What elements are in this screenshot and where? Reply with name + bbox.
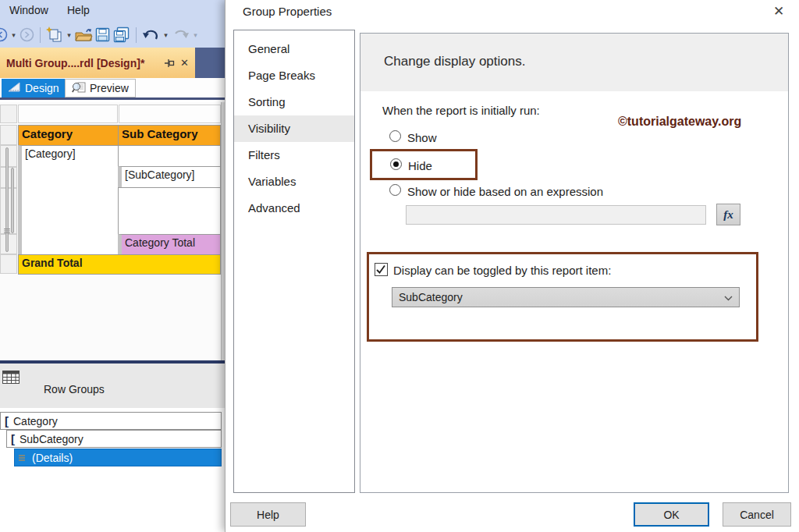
toggle-checkbox[interactable] — [375, 263, 388, 276]
help-button[interactable]: Help — [230, 502, 306, 527]
tab-close-icon[interactable]: ✕ — [180, 57, 189, 69]
group-bracket-icon: [ — [11, 432, 15, 445]
group-properties-dialog: Group Properties ✕ General Page Breaks S… — [225, 0, 799, 532]
close-icon[interactable]: ✕ — [769, 3, 788, 20]
preview-magnifier-icon — [72, 81, 86, 96]
run-label: When the report is initially run: — [382, 104, 540, 117]
tab-design[interactable]: Design — [2, 79, 66, 98]
back-icon[interactable] — [0, 26, 8, 44]
nav-item-sorting[interactable]: Sorting — [234, 89, 354, 115]
row-groups-title: Row Groups — [44, 383, 105, 395]
row-group-label: Category — [13, 415, 58, 427]
dialog-main-panel: Change display options. When the report … — [360, 33, 789, 493]
nav-item-variables[interactable]: Variables — [234, 168, 354, 195]
design-ruler-icon — [8, 82, 21, 95]
expression-input[interactable] — [406, 205, 706, 225]
new-item-icon[interactable] — [46, 26, 63, 44]
menu-window[interactable]: Window — [9, 4, 48, 16]
row-group-label: SubCategory — [20, 433, 83, 445]
radio-dot — [393, 161, 399, 167]
table-cell-subcategory[interactable]: [SubCategory] — [118, 166, 221, 188]
vs-window: Window Help ▾ ▾ — [0, 0, 226, 532]
dropdown-value: SubCategory — [399, 291, 463, 303]
row-group-label: (Details) — [32, 452, 73, 464]
fx-expression-button[interactable]: fx — [716, 204, 740, 225]
table-cell-empty[interactable] — [118, 187, 221, 235]
row-handle[interactable] — [0, 167, 17, 188]
table-corner-handle[interactable] — [0, 105, 17, 123]
view-tab-bar: Design Preview — [0, 78, 226, 100]
dialog-heading: Change display options. — [384, 54, 525, 69]
row-groups-header: Row Groups — [0, 364, 226, 408]
table-header-subcategory[interactable]: Sub Category — [118, 125, 221, 146]
toggle-report-item-dropdown[interactable]: SubCategory — [392, 287, 740, 307]
nav-item-general[interactable]: General — [234, 36, 354, 62]
cancel-button[interactable]: Cancel — [723, 502, 791, 527]
toggle-label: Display can be toggled by this report it… — [393, 264, 611, 277]
radio-expression[interactable] — [389, 184, 401, 196]
toolbar-separator — [40, 27, 41, 43]
document-tab-title: Multi Group....rdl [Design]* — [6, 57, 163, 69]
redo-dropdown-caret[interactable]: ▾ — [192, 31, 199, 39]
radio-expression-label: Show or hide based on an expression — [407, 185, 603, 198]
table-cell-category-total[interactable]: Category Total — [118, 234, 221, 255]
radio-hide[interactable] — [390, 158, 402, 170]
dialog-heading-band: Change display options. — [360, 34, 788, 91]
document-tab[interactable]: Multi Group....rdl [Design]* ✕ — [0, 48, 195, 78]
dialog-title: Group Properties — [243, 5, 332, 18]
tab-preview-label: Preview — [90, 82, 129, 94]
pin-icon[interactable] — [161, 59, 175, 68]
check-icon — [375, 264, 386, 275]
back-dropdown-caret[interactable]: ▾ — [10, 31, 17, 39]
row-group-item-category[interactable]: [ Category — [0, 412, 222, 430]
report-design-surface: Category Sub Category [Category] [SubCat… — [0, 102, 226, 360]
watermark: ©tutorialgateway.org — [618, 115, 758, 129]
group-indicator-bar — [11, 168, 14, 233]
group-bracket-icon: [ — [5, 414, 9, 427]
dialog-nav-panel: General Page Breaks Sorting Visibility F… — [233, 30, 355, 493]
menu-help[interactable]: Help — [67, 4, 90, 16]
row-group-item-subcategory[interactable]: [ SubCategory — [6, 430, 222, 448]
radio-show[interactable] — [389, 130, 401, 142]
row-group-item-details[interactable]: (Details) — [14, 449, 222, 466]
radio-hide-label: Hide — [408, 159, 432, 172]
tab-preview[interactable]: Preview — [65, 79, 136, 98]
nav-item-visibility[interactable]: Visibility — [234, 115, 354, 142]
save-all-icon[interactable] — [113, 26, 130, 44]
tab-design-label: Design — [25, 82, 59, 94]
nav-item-filters[interactable]: Filters — [234, 142, 354, 168]
open-folder-icon[interactable] — [75, 26, 93, 44]
details-handle-icon — [18, 454, 27, 462]
chevron-down-icon — [724, 291, 733, 303]
row-handle[interactable] — [0, 145, 17, 167]
menu-bar: Window Help — [0, 0, 226, 22]
table-cell-empty[interactable] — [118, 145, 221, 167]
row-handle[interactable] — [0, 254, 17, 274]
nav-item-advanced[interactable]: Advanced — [234, 195, 354, 222]
toolbar: ▾ ▾ — [0, 22, 226, 48]
new-item-dropdown-caret[interactable]: ▾ — [66, 31, 73, 39]
table-grid-icon — [2, 371, 20, 387]
nav-item-page-breaks[interactable]: Page Breaks — [234, 62, 354, 89]
column-handle[interactable] — [18, 105, 118, 123]
table-header-category[interactable]: Category — [18, 125, 119, 146]
redo-icon[interactable] — [172, 26, 190, 44]
toolbar-separator — [136, 27, 137, 43]
forward-icon[interactable] — [20, 26, 34, 44]
save-icon[interactable] — [95, 26, 111, 44]
column-handle[interactable] — [119, 105, 221, 123]
undo-icon[interactable] — [142, 26, 160, 44]
undo-dropdown-caret[interactable]: ▾ — [162, 31, 169, 39]
table-cell-grand-total[interactable]: Grand Total — [18, 254, 221, 275]
radio-show-label: Show — [407, 131, 437, 144]
group-handle-icon — [3, 223, 11, 237]
table-cell-category[interactable]: [Category] — [18, 145, 119, 255]
document-tab-strip: Multi Group....rdl [Design]* ✕ — [0, 48, 226, 78]
row-handle[interactable] — [0, 125, 17, 145]
ok-button[interactable]: OK — [634, 502, 709, 527]
